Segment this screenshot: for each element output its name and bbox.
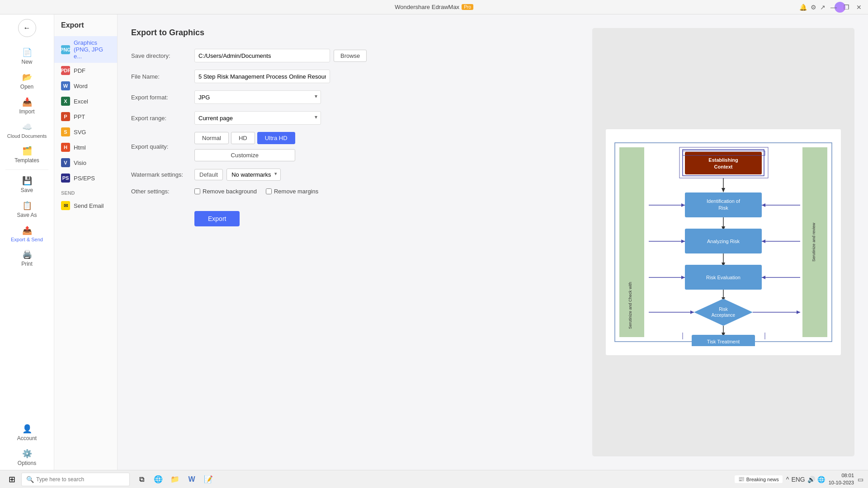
sidebar-item-print[interactable]: 🖨️ Print [0,246,54,271]
customize-button[interactable]: Customize [194,149,295,161]
windows-icon: ⊞ [9,474,15,484]
ppt-icon: P [61,112,70,121]
task-view-button[interactable]: ⧉ [134,472,149,487]
export-format-ps[interactable]: PS PS/EPS [54,170,117,186]
export-format-label: Export format: [131,94,194,101]
window-controls: 🔔 ⚙ ↗ — ❐ ✕ [799,3,863,12]
minimize-button[interactable]: — [829,3,838,12]
other-settings-label: Other settings: [131,188,194,195]
quality-hd-button[interactable]: HD [231,132,255,144]
export-format-pdf[interactable]: PDF PDF [54,63,117,78]
visio-label: Visio [74,160,86,166]
remove-margins-checkbox[interactable] [266,188,272,194]
options-icon: ⚙️ [22,449,32,459]
export-format-select-wrapper: JPG PNG BMP SVG TIFF [194,90,321,104]
export-format-html[interactable]: H Html [54,140,117,155]
sidebar-item-import[interactable]: 📥 Import [0,94,54,118]
open-icon: 📂 [22,72,32,82]
settings-icon[interactable]: ⚙ [811,4,816,11]
search-input[interactable] [36,476,118,483]
start-button[interactable]: ⊞ [5,472,19,487]
notifications-icon[interactable]: 🔔 [799,4,807,11]
pdf-label: PDF [74,67,85,74]
volume-icon[interactable]: 🔊 [807,476,815,483]
sidebar-item-open[interactable]: 📂 Open [0,69,54,94]
export-format-visio[interactable]: V Visio [54,155,117,170]
chevron-up-icon[interactable]: ^ [786,476,789,483]
export-format-ppt[interactable]: P PPT [54,109,117,124]
file-name-input[interactable] [194,70,330,83]
remove-background-checkbox[interactable] [194,188,200,194]
cloud-label: Cloud Documents [7,133,47,139]
share-icon[interactable]: ↗ [820,4,826,11]
preview-area: Serutinize and Check with Serutinize and… [592,28,854,456]
sidebar-item-save[interactable]: 💾 Save [0,172,54,197]
export-format-png[interactable]: PNG Graphics (PNG, JPG e... [54,36,117,63]
ps-label: PS/EPS [74,175,95,182]
svg-marker-36 [694,299,753,326]
png-icon: PNG [61,45,70,54]
import-icon: 📥 [22,97,32,107]
png-label: Graphics (PNG, JPG e... [74,39,110,60]
saveas-icon: 📋 [22,201,32,211]
send-email[interactable]: ✉ Send Email [54,198,117,213]
flowchart-svg: Serutinize and Check with Serutinize and… [613,138,834,346]
options-label: Options [18,460,36,466]
watermark-select[interactable]: No watermarks Company logo Custom text [226,169,281,181]
sidebar-item-cloud[interactable]: ☁️ Cloud Documents [0,118,54,142]
remove-background-label[interactable]: Remove background [194,188,257,195]
sidebar-item-templates[interactable]: 🗂️ Templates [0,142,54,167]
new-icon: 📄 [22,47,32,57]
back-button[interactable]: ← [18,19,36,37]
new-label: New [21,59,32,65]
word-app-icon: W [188,475,195,483]
close-button[interactable]: ✕ [854,3,863,12]
svg-text:Context: Context [714,164,733,169]
show-desktop-button[interactable]: ▭ [858,476,863,483]
export-range-label: Export range: [131,115,194,122]
lang-icon[interactable]: ENG [791,476,805,483]
svg-label: SVG [74,129,86,136]
word-icon: W [61,81,70,90]
maximize-button[interactable]: ❐ [842,3,851,12]
visio-icon: V [61,158,70,167]
svg-text:Risk: Risk [718,205,728,211]
file-explorer-button[interactable]: 📁 [168,472,182,487]
breaking-news[interactable]: 📰 Breaking news [735,475,783,483]
export-format-select[interactable]: JPG PNG BMP SVG TIFF [194,90,321,104]
titlebar: Wondershare EdrawMax Pro 🔔 ⚙ ↗ — ❐ ✕ [0,0,868,14]
export-label: Export & Send [11,237,43,242]
export-button[interactable]: Export [194,211,240,226]
sidebar-item-options[interactable]: ⚙️ Options [0,445,54,470]
export-range-select[interactable]: Current page All pages Selected pages [194,111,321,125]
svg-text:Risk Evaluation: Risk Evaluation [706,275,741,280]
quality-ultrahd-button[interactable]: Ultra HD [257,132,295,144]
export-format-word[interactable]: W Word [54,78,117,94]
sidebar-item-export[interactable]: 📤 Export & Send [0,222,54,246]
clock[interactable]: 08:01 10-10-2023 [829,472,854,486]
svg-marker-23 [762,239,765,243]
sidebar-divider [5,169,48,170]
export-format-svg[interactable]: S SVG [54,124,117,140]
save-directory-input[interactable] [194,49,330,62]
templates-icon: 🗂️ [22,146,32,156]
svg-marker-29 [681,276,685,279]
network-icon[interactable]: 🌐 [817,476,825,483]
browse-button[interactable]: Browse [334,50,367,62]
svg-icon: S [61,127,70,136]
word-app-button[interactable]: W [184,472,199,487]
search-box[interactable]: 🔍 [21,473,130,486]
extra-app-button[interactable]: 📝 [201,472,216,487]
sidebar-item-new[interactable]: 📄 New [0,44,54,69]
time-display: 08:01 [829,472,854,479]
export-format-excel[interactable]: X Excel [54,94,117,109]
sidebar-item-account[interactable]: 👤 Account [0,420,54,445]
main-content: Export to Graphics Save directory: Brows… [118,14,868,470]
sidebar-item-saveas[interactable]: 📋 Save As [0,197,54,222]
edge-browser-button[interactable]: 🌐 [151,472,165,487]
remove-margins-label[interactable]: Remove margins [266,188,318,195]
quality-normal-button[interactable]: Normal [194,132,229,144]
excel-icon: X [61,97,70,106]
app-icon: 📝 [204,475,213,483]
open-label: Open [20,84,33,90]
